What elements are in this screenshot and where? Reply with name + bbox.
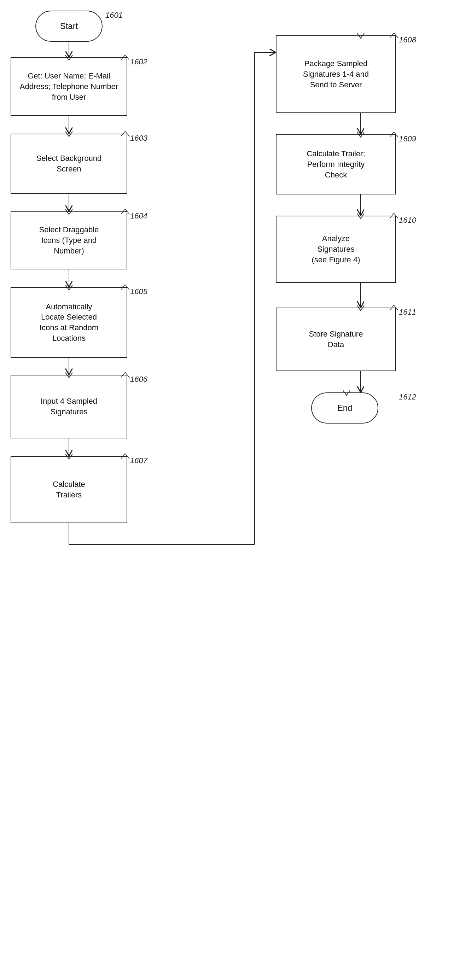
box-1606-text: Input 4 SampledSignatures bbox=[41, 396, 97, 417]
label-1611: 1611 bbox=[399, 307, 416, 317]
arrow-1609-in bbox=[355, 132, 366, 138]
end-node: End bbox=[311, 393, 378, 423]
label-1609: 1609 bbox=[399, 134, 416, 143]
label-1612: 1612 bbox=[399, 393, 416, 402]
start-node: Start bbox=[35, 11, 102, 42]
arrow-1607-in bbox=[64, 453, 74, 460]
label-1607: 1607 bbox=[130, 456, 147, 465]
box-1603-text: Select BackgroundScreen bbox=[37, 153, 102, 174]
arrow-1611-in bbox=[355, 305, 366, 312]
arrow-1602-in bbox=[64, 54, 74, 62]
arrow-end-in bbox=[341, 390, 352, 397]
flowchart-diagram: Start 1601 Get: User Name; E-Mail Addres… bbox=[0, 0, 454, 980]
box-1607-text: CalculateTrailers bbox=[53, 479, 85, 500]
box-1604-text: Select DraggableIcons (Type andNumber) bbox=[39, 224, 99, 256]
label-1606: 1606 bbox=[130, 375, 147, 384]
box-1608-text: Package SampledSignatures 1-4 andSend to… bbox=[303, 58, 369, 90]
tick-1604 bbox=[121, 209, 132, 216]
arrow-1610-in bbox=[355, 213, 366, 220]
start-label: Start bbox=[60, 21, 78, 31]
label-1604: 1604 bbox=[130, 212, 147, 221]
tick-1605 bbox=[121, 285, 132, 292]
box-1602: Get: User Name; E-Mail Address; Telephon… bbox=[11, 57, 127, 116]
tick-1607 bbox=[121, 453, 132, 461]
tick-1608 bbox=[390, 33, 400, 40]
tick-1611 bbox=[390, 305, 400, 312]
arrow-1608-in bbox=[355, 32, 366, 40]
box-1607: CalculateTrailers bbox=[11, 456, 127, 523]
box-1608: Package SampledSignatures 1-4 andSend to… bbox=[276, 35, 396, 113]
label-1601: 1601 bbox=[105, 11, 123, 20]
end-label: End bbox=[337, 403, 352, 413]
tick-1606 bbox=[121, 372, 132, 379]
box-1602-text: Get: User Name; E-Mail Address; Telephon… bbox=[15, 71, 123, 102]
label-1603: 1603 bbox=[130, 134, 147, 143]
tick-1602 bbox=[121, 55, 132, 62]
box-1609: Calculate Trailer;Perform IntegrityCheck bbox=[276, 134, 396, 194]
box-1610-text: AnalyzeSignatures(see Figure 4) bbox=[312, 233, 360, 265]
label-1602: 1602 bbox=[130, 57, 147, 67]
box-1611: Store SignatureData bbox=[276, 307, 396, 371]
box-1610: AnalyzeSignatures(see Figure 4) bbox=[276, 216, 396, 283]
box-1603: Select BackgroundScreen bbox=[11, 134, 127, 194]
box-1606: Input 4 SampledSignatures bbox=[11, 375, 127, 438]
arrow-1603-in bbox=[64, 131, 74, 138]
tick-1609 bbox=[390, 132, 400, 139]
box-1604: Select DraggableIcons (Type andNumber) bbox=[11, 212, 127, 269]
box-1609-text: Calculate Trailer;Perform IntegrityCheck bbox=[307, 148, 365, 180]
label-1610: 1610 bbox=[399, 216, 416, 225]
arrow-1604-in bbox=[64, 208, 74, 216]
box-1605: AutomaticallyLocate SelectedIcons at Ran… bbox=[11, 287, 127, 358]
arrow-1605-in bbox=[64, 284, 74, 291]
box-1605-text: AutomaticallyLocate SelectedIcons at Ran… bbox=[40, 302, 98, 344]
tick-1610 bbox=[390, 213, 400, 220]
tick-1603 bbox=[121, 131, 132, 138]
label-1605: 1605 bbox=[130, 287, 147, 296]
box-1611-text: Store SignatureData bbox=[309, 329, 363, 350]
arrow-1606-in bbox=[64, 372, 74, 379]
label-1608: 1608 bbox=[399, 35, 416, 45]
